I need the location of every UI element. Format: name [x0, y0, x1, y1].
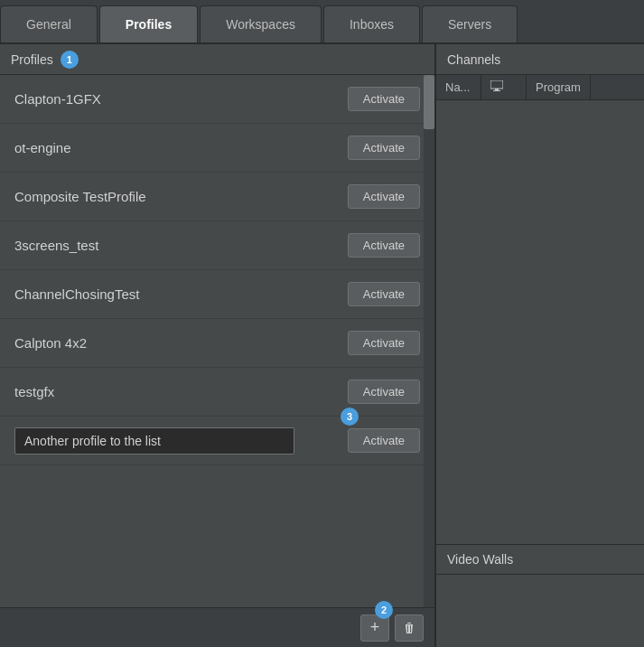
profile-name: Clapton-1GFX: [14, 91, 101, 107]
svg-rect-0: [490, 80, 503, 89]
profiles-badge: 1: [61, 51, 79, 69]
toolbar-badge: 2: [375, 601, 393, 619]
activate-button[interactable]: Activate: [348, 282, 420, 306]
panel-title: Profiles: [11, 52, 53, 67]
channels-col-name: Na...: [436, 75, 481, 99]
left-panel: Profiles 1 Clapton-1GFXActivateot-engine…: [0, 44, 436, 647]
channels-section-header: Channels: [436, 44, 644, 75]
profile-item: Composite TestProfileActivate: [0, 173, 434, 221]
profile-name: ot-engine: [14, 140, 71, 155]
profile-item: ot-engineActivate: [0, 124, 434, 173]
right-panel: Channels Na... Program Video Walls: [436, 44, 644, 647]
activate-button[interactable]: Activate: [348, 331, 420, 355]
profile-item: testgfxActivate: [0, 368, 434, 417]
channels-title: Channels: [447, 52, 500, 67]
svg-rect-1: [495, 89, 499, 90]
profile-item: 3screens_testActivate: [0, 221, 434, 270]
bottom-toolbar: 2 +: [0, 607, 434, 647]
channels-columns-header: Na... Program: [436, 75, 644, 100]
monitor-icon: [490, 80, 503, 91]
trash-icon: [402, 621, 416, 635]
tab-servers[interactable]: Servers: [422, 5, 518, 42]
video-walls-title: Video Walls: [436, 545, 644, 575]
panel-header: Profiles 1: [0, 44, 434, 75]
scrollbar-track[interactable]: [424, 75, 434, 607]
tab-general[interactable]: General: [0, 5, 98, 42]
profile-item: ChannelChosingTestActivate: [0, 270, 434, 319]
profiles-list: Clapton-1GFXActivateot-engineActivateCom…: [0, 75, 434, 465]
channels-content: [436, 100, 644, 544]
profiles-scroll-area: Clapton-1GFXActivateot-engineActivateCom…: [0, 75, 434, 607]
tab-profiles[interactable]: Profiles: [99, 5, 198, 42]
video-walls-content: [436, 575, 644, 647]
channels-col-program: Program: [527, 75, 591, 99]
profile-name: testgfx: [14, 384, 54, 399]
tab-workspaces[interactable]: Workspaces: [200, 5, 322, 42]
main-layout: Profiles 1 Clapton-1GFXActivateot-engine…: [0, 44, 644, 647]
profile-name: ChannelChosingTest: [14, 286, 139, 302]
delete-profile-button[interactable]: [395, 614, 424, 642]
svg-rect-2: [493, 90, 500, 91]
video-walls-section: Video Walls: [436, 544, 644, 647]
profile-name: Composite TestProfile: [14, 189, 146, 204]
scrollbar-thumb[interactable]: [424, 75, 434, 129]
profile-name: 3screens_test: [14, 238, 98, 253]
profile-name: Calpton 4x2: [14, 335, 87, 351]
new-profile-badge: 3: [341, 408, 359, 426]
profile-item: Clapton-1GFXActivate: [0, 75, 434, 124]
activate-button[interactable]: Activate: [348, 380, 420, 404]
channels-col-monitor: [481, 75, 527, 99]
activate-button[interactable]: Activate: [348, 87, 420, 111]
new-profile-row: 3Activate: [0, 417, 434, 465]
tab-inboxes[interactable]: Inboxes: [323, 5, 420, 42]
activate-button[interactable]: Activate: [348, 136, 420, 160]
tab-bar: General Profiles Workspaces Inboxes Serv…: [0, 0, 644, 44]
profile-item: Calpton 4x2Activate: [0, 319, 434, 368]
activate-button[interactable]: Activate: [348, 184, 420, 209]
new-profile-activate-button[interactable]: Activate: [348, 428, 420, 453]
new-profile-input[interactable]: [14, 427, 294, 455]
activate-button[interactable]: Activate: [348, 233, 420, 258]
